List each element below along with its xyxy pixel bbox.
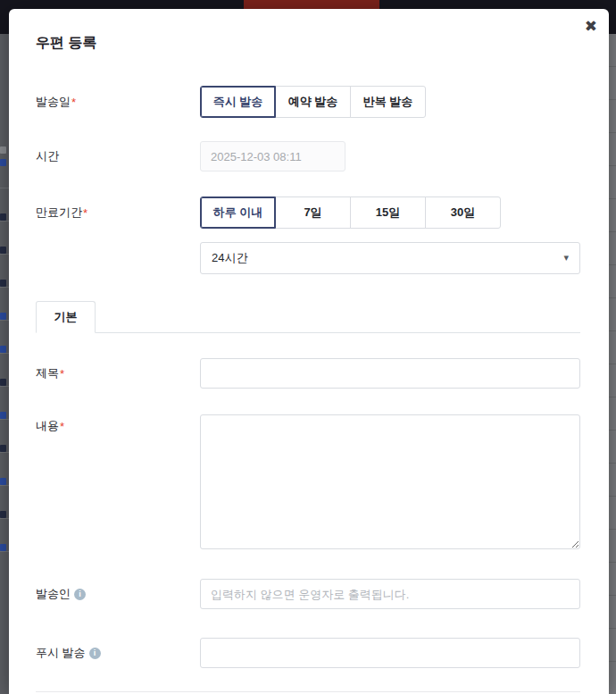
title-input[interactable] bbox=[200, 358, 580, 389]
background-link-fragment bbox=[0, 313, 6, 320]
background-left-sliver bbox=[0, 34, 9, 694]
required-asterisk: * bbox=[83, 206, 87, 220]
mail-register-modal: ✖ 우편 등록 발송일* 즉시 발송 예약 발송 반복 발송 시간 만료기간* … bbox=[9, 9, 609, 694]
background-accent-bar bbox=[244, 0, 379, 9]
expiry-button-group: 하루 이내 7일 15일 30일 bbox=[200, 196, 580, 229]
tab-basic[interactable]: 기본 bbox=[36, 301, 96, 333]
background-row-divider bbox=[0, 518, 9, 519]
field-row-content: 내용* bbox=[36, 414, 580, 553]
title-label-text: 제목 bbox=[36, 365, 59, 381]
field-row-expiry: 만료기간* 하루 이내 7일 15일 30일 bbox=[36, 196, 580, 229]
background-text-fragment bbox=[0, 280, 6, 287]
expiry-option-one-day[interactable]: 하루 이내 bbox=[200, 196, 276, 229]
send-date-button-group: 즉시 발송 예약 발송 반복 발송 bbox=[200, 86, 580, 118]
expiry-hours-value: 24시간 bbox=[212, 250, 247, 266]
required-asterisk: * bbox=[60, 420, 64, 433]
background-row-divider bbox=[0, 485, 9, 486]
required-asterisk: * bbox=[71, 96, 76, 109]
time-label-text: 시간 bbox=[36, 148, 59, 164]
send-date-label: 발송일* bbox=[36, 94, 200, 110]
tab-bar: 기본 bbox=[36, 301, 580, 333]
expiry-hours-select[interactable]: 24시간 ▾ bbox=[200, 242, 580, 274]
field-row-time: 시간 bbox=[36, 141, 580, 171]
background-row-divider bbox=[0, 452, 9, 453]
expiry-option-7-days[interactable]: 7일 bbox=[275, 196, 351, 229]
background-row-divider bbox=[0, 386, 9, 387]
background-text-fragment bbox=[0, 247, 6, 254]
time-input[interactable] bbox=[200, 141, 345, 171]
push-control bbox=[200, 638, 580, 668]
sender-label: 발송인 i bbox=[36, 586, 200, 602]
send-date-option-scheduled[interactable]: 예약 발송 bbox=[275, 86, 351, 118]
send-date-label-text: 발송일 bbox=[36, 94, 71, 110]
background-link-fragment bbox=[0, 346, 6, 353]
time-control bbox=[200, 141, 580, 171]
background-row-divider bbox=[0, 188, 9, 188]
field-row-title: 제목* bbox=[36, 358, 580, 389]
info-icon[interactable]: i bbox=[74, 589, 86, 600]
background-row-divider bbox=[0, 320, 9, 321]
send-date-option-repeat[interactable]: 반복 발송 bbox=[350, 86, 426, 118]
sender-control bbox=[200, 579, 580, 609]
background-link-fragment bbox=[0, 544, 6, 551]
background-text-fragment bbox=[0, 511, 6, 518]
content-textarea[interactable] bbox=[200, 414, 580, 549]
push-input[interactable] bbox=[200, 638, 580, 668]
modal-title: 우편 등록 bbox=[36, 34, 580, 52]
time-label: 시간 bbox=[36, 148, 200, 164]
content-label-text: 내용 bbox=[36, 418, 59, 434]
background-text-fragment bbox=[0, 146, 6, 154]
background-text-fragment bbox=[0, 379, 6, 386]
content-label: 내용* bbox=[36, 414, 200, 434]
close-icon[interactable]: ✖ bbox=[585, 18, 597, 36]
send-date-option-immediate[interactable]: 즉시 발송 bbox=[200, 86, 276, 118]
background-link-fragment bbox=[0, 159, 6, 166]
background-row-divider bbox=[0, 287, 9, 288]
expiry-option-15-days[interactable]: 15일 bbox=[350, 196, 426, 229]
expiry-option-30-days[interactable]: 30일 bbox=[425, 196, 501, 229]
title-label: 제목* bbox=[36, 365, 200, 381]
field-row-sender: 발송인 i bbox=[36, 579, 580, 609]
background-text-fragment bbox=[0, 213, 6, 221]
expiry-label-text: 만료기간 bbox=[36, 205, 82, 221]
push-label: 푸시 발송 i bbox=[36, 645, 200, 661]
background-row-divider bbox=[0, 353, 9, 354]
page-scrollbar[interactable] bbox=[609, 34, 616, 694]
expiry-label: 만료기간* bbox=[36, 205, 200, 221]
background-row-divider bbox=[0, 254, 9, 255]
content-control bbox=[200, 414, 580, 553]
field-row-push: 푸시 발송 i bbox=[36, 638, 580, 668]
field-row-send-date: 발송일* 즉시 발송 예약 발송 반복 발송 bbox=[36, 86, 580, 118]
background-link-fragment bbox=[0, 478, 6, 485]
background-row-divider bbox=[0, 551, 9, 552]
background-row-divider bbox=[0, 221, 9, 222]
title-control bbox=[200, 358, 580, 389]
background-link-fragment bbox=[0, 412, 6, 419]
sender-label-text: 발송인 bbox=[36, 586, 71, 602]
background-text-fragment bbox=[0, 445, 6, 452]
required-asterisk: * bbox=[60, 367, 64, 380]
background-row-divider bbox=[0, 419, 9, 420]
chevron-down-icon: ▾ bbox=[563, 252, 569, 263]
footer-divider bbox=[36, 691, 580, 692]
sender-input[interactable] bbox=[200, 579, 580, 609]
push-label-text: 푸시 발송 bbox=[36, 645, 86, 661]
info-icon[interactable]: i bbox=[89, 648, 101, 659]
